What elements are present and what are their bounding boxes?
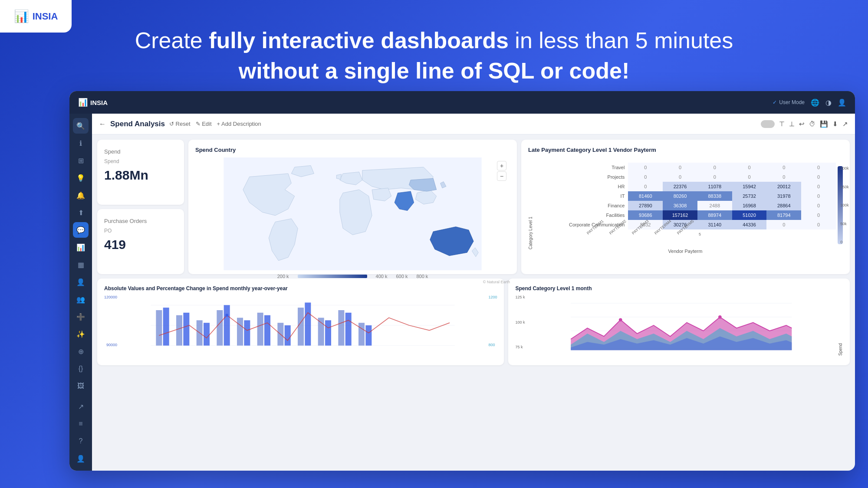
col-header-6: [801, 157, 836, 163]
sidebar-item-upload[interactable]: ⬆: [73, 205, 89, 220]
filter-icon[interactable]: ⊤: [779, 120, 785, 128]
svg-rect-6: [176, 315, 182, 346]
contrast-icon[interactable]: ◑: [825, 98, 832, 107]
sidebar-item-person[interactable]: 👤: [73, 274, 89, 290]
sidebar-item-list[interactable]: ≡: [73, 416, 89, 432]
area-chart-svg: [526, 295, 836, 356]
topbar-brand-name: INSIA: [90, 99, 108, 106]
history-icon[interactable]: ⏱: [809, 120, 815, 128]
sidebar-item-user2[interactable]: 👤: [73, 451, 89, 466]
svg-rect-22: [338, 310, 344, 346]
sidebar-item-code[interactable]: {}: [73, 361, 89, 377]
sidebar-item-table[interactable]: ▦: [73, 257, 89, 272]
col-header-4: [732, 157, 767, 163]
chart-content: [121, 295, 485, 356]
sidebar-item-chart[interactable]: 📊: [73, 239, 89, 255]
cell-corp-5: 0: [766, 220, 801, 229]
sidebar-item-grid[interactable]: ⊞: [73, 153, 89, 168]
sidebar-item-people[interactable]: 👥: [73, 291, 89, 307]
user-icon[interactable]: 👤: [838, 98, 846, 107]
heatmap-x-label: Vendor Payterm: [535, 249, 836, 254]
logo-icon: 📊: [14, 9, 29, 23]
cell-hr-2: 22376: [663, 182, 697, 191]
col-header-5: [766, 157, 801, 163]
topbar-logo-icon: 📊: [78, 98, 88, 107]
col-header-2: [663, 157, 697, 163]
zoom-out-button[interactable]: −: [497, 171, 506, 181]
back-button[interactable]: ←: [99, 120, 106, 128]
top-row: Spend Spend 1.88Mn Purchase Orders PO 41…: [97, 140, 850, 274]
undo-icon[interactable]: ↩: [799, 120, 805, 128]
spend-kpi-value: 1.88Mn: [104, 168, 177, 183]
download-icon[interactable]: ⬇: [832, 120, 838, 128]
svg-point-26: [225, 314, 228, 317]
svg-rect-7: [183, 313, 189, 346]
spend-monthly-title: Absolute Values and Percentage Change in…: [104, 285, 497, 291]
svg-rect-11: [224, 305, 230, 345]
sidebar-item-bell[interactable]: 🔔: [73, 187, 89, 203]
breadcrumb-bar: ← Spend Analysis ↺ Reset ✎ Edit + Add De…: [92, 114, 855, 134]
sidebar-item-chat[interactable]: 💬: [73, 222, 89, 238]
heatmap-table: Travel 0 0 0 0 0 0: [535, 157, 836, 229]
globe-icon[interactable]: 🌐: [811, 98, 819, 107]
spend-category-chart: Spend Category Level 1 month 125 k 100 k…: [508, 278, 850, 365]
heatmap-body: Category Level 1: [528, 157, 843, 254]
edit-button[interactable]: ✎ Edit: [196, 121, 212, 127]
cell-finance-6: 0: [801, 201, 836, 210]
save-icon[interactable]: 💾: [820, 120, 828, 128]
cell-projects-2: 0: [663, 172, 697, 182]
sidebar-item-user-plus[interactable]: ➕: [73, 309, 89, 324]
heatmap-scale-container: 0 50k 100k 150k 200k: [838, 157, 843, 254]
cell-travel-4: 0: [732, 163, 767, 172]
cell-hr-6: 0: [801, 182, 836, 191]
svg-rect-21: [325, 320, 331, 345]
sidebar-item-image[interactable]: 🖼: [73, 378, 89, 394]
heatmap-scale-labels: 0 50k 100k 150k 200k: [840, 166, 849, 244]
svg-rect-25: [365, 325, 372, 346]
svg-rect-4: [156, 310, 162, 346]
sidebar-item-lightbulb[interactable]: 💡: [73, 170, 89, 186]
svg-rect-18: [298, 308, 304, 346]
cell-projects-3: 0: [697, 172, 732, 182]
logo-corner: 📊 INSIA: [0, 0, 72, 33]
heatmap-y-label: Category Level 1: [528, 157, 533, 254]
map-card: Spend Country: [188, 140, 517, 274]
svg-rect-9: [204, 323, 210, 346]
cell-facilities-3: 88974: [697, 210, 732, 220]
page-title: Spend Analysis: [110, 120, 165, 128]
world-map: [195, 157, 510, 270]
map-zoom-controls: + −: [497, 161, 506, 181]
main-layout: 🔍 ℹ ⊞ 💡 🔔 ⬆ 💬 📊 ▦ 👤 👥 ➕ ✨ ⊕ {} 🖼 ↗ ≡ ? 👤: [69, 114, 855, 471]
sidebar-item-info[interactable]: ℹ: [73, 135, 89, 151]
heatmap-table-container: Travel 0 0 0 0 0 0: [535, 157, 836, 254]
row-label-hr: HR: [535, 182, 628, 191]
sidebar: 🔍 ℹ ⊞ 💡 🔔 ⬆ 💬 📊 ▦ 👤 👥 ➕ ✨ ⊕ {} 🖼 ↗ ≡ ? 👤: [69, 114, 92, 471]
share-icon[interactable]: ↗: [842, 120, 848, 128]
sidebar-item-magic[interactable]: ✨: [73, 326, 89, 342]
zoom-in-button[interactable]: +: [497, 161, 506, 170]
add-desc-button[interactable]: + Add Description: [217, 121, 261, 127]
cell-finance-1: 27890: [628, 201, 663, 210]
hero-line1: Create fully interactive dashboards in l…: [0, 26, 868, 56]
payterm-label-6: 5: [699, 232, 712, 236]
row-label-projects: Projects: [535, 172, 628, 182]
user-mode-indicator: ✓ User Mode: [773, 99, 805, 105]
filter-adjust-icon[interactable]: ⊥: [789, 120, 795, 128]
toggle-switch[interactable]: [761, 120, 775, 128]
topbar-actions: ✓ User Mode 🌐 ◑ 👤: [773, 98, 846, 107]
cell-finance-4: 16968: [732, 201, 767, 210]
cell-corp-3: 31140: [697, 220, 732, 229]
cell-hr-1: 0: [628, 182, 663, 191]
row-label-finance: Finance: [535, 201, 628, 210]
sidebar-item-layers[interactable]: ⊕: [73, 344, 89, 359]
svg-rect-12: [237, 318, 243, 346]
cell-it-3: 88338: [697, 191, 732, 201]
topbar-logo: 📊 INSIA: [78, 98, 108, 107]
breadcrumb-actions: ↺ Reset ✎ Edit + Add Description: [169, 121, 261, 127]
sidebar-item-person-arrow[interactable]: ↗: [73, 399, 89, 414]
sidebar-item-search[interactable]: 🔍: [73, 118, 89, 134]
cell-projects-1: 0: [628, 172, 663, 182]
y-axis-left: 120000 90000: [104, 295, 117, 356]
reset-button[interactable]: ↺ Reset: [169, 121, 191, 127]
sidebar-item-help[interactable]: ?: [73, 433, 89, 449]
